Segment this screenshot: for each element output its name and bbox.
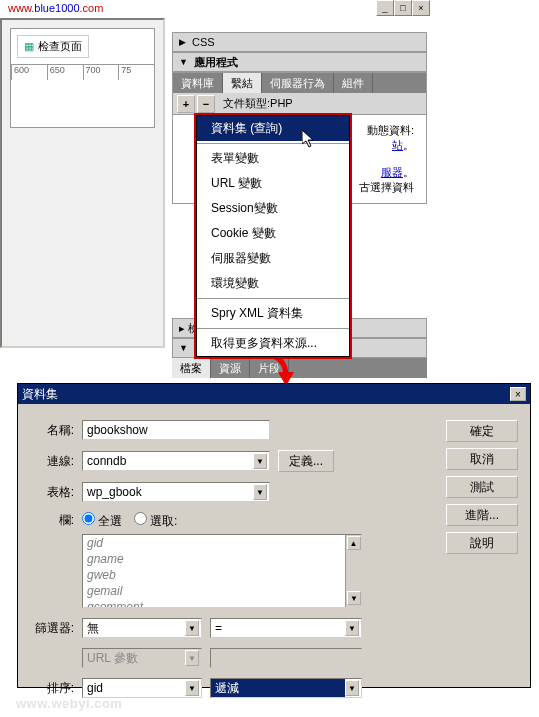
list-item: gname bbox=[83, 551, 361, 567]
menu-url-var[interactable]: URL 變數 bbox=[197, 171, 349, 196]
columns-label: 欄: bbox=[30, 512, 74, 529]
chevron-down-icon: ▼ bbox=[185, 650, 199, 666]
menu-server-var[interactable]: 伺服器變數 bbox=[197, 246, 349, 271]
column-radio-group: 全選 選取: bbox=[82, 512, 362, 530]
columns-listbox[interactable]: gid gname gweb gemail gcomment ▲ ▼ bbox=[82, 534, 362, 608]
tab-files[interactable]: 檔案 bbox=[172, 358, 211, 378]
filter-field-select[interactable]: 無▼ bbox=[82, 618, 202, 638]
site-link[interactable]: 站 bbox=[392, 139, 403, 151]
scroll-down-icon[interactable]: ▼ bbox=[347, 591, 361, 605]
chevron-down-icon: ▼ bbox=[253, 453, 267, 469]
url-bar: www.blue1000.com bbox=[0, 0, 111, 16]
scroll-up-icon[interactable]: ▲ bbox=[347, 536, 361, 550]
list-item: gid bbox=[83, 535, 361, 551]
advanced-button[interactable]: 進階... bbox=[446, 504, 518, 526]
chevron-down-icon: ▼ bbox=[185, 680, 199, 696]
dialog-titlebar: 資料集 × bbox=[18, 384, 530, 404]
ok-button[interactable]: 確定 bbox=[446, 420, 518, 442]
list-item: gcomment bbox=[83, 599, 361, 608]
add-dropdown-menu: 資料集 (查詢) 表單變數 URL 變數 Session變數 Cookie 變數… bbox=[194, 113, 352, 359]
expand-icon: ▼ bbox=[179, 57, 188, 67]
app-panel-header[interactable]: ▼ 應用程式 bbox=[172, 52, 427, 72]
list-item: gweb bbox=[83, 567, 361, 583]
name-input[interactable] bbox=[82, 420, 270, 440]
ruler: 60065070075 bbox=[11, 64, 154, 80]
doctype-label: 文件類型:PHP bbox=[223, 96, 293, 111]
filter-value-input bbox=[210, 648, 362, 668]
filter-op-select[interactable]: =▼ bbox=[210, 618, 362, 638]
menu-recordset[interactable]: 資料集 (查詢) bbox=[197, 116, 349, 141]
sort-field-select[interactable]: gid▼ bbox=[82, 678, 202, 698]
list-item: gemail bbox=[83, 583, 361, 599]
cancel-button[interactable]: 取消 bbox=[446, 448, 518, 470]
recordset-dialog: 資料集 × 名稱: 連線: conndb▼ 定義... 表格: wp_gbook… bbox=[17, 383, 531, 688]
dialog-close-button[interactable]: × bbox=[510, 387, 526, 401]
test-button[interactable]: 測試 bbox=[446, 476, 518, 498]
close-button[interactable]: × bbox=[412, 0, 430, 16]
watermark: www.webyi.com bbox=[16, 696, 122, 711]
chevron-down-icon: ▼ bbox=[253, 484, 267, 500]
menu-env-var[interactable]: 環境變數 bbox=[197, 271, 349, 296]
minimize-button[interactable]: _ bbox=[376, 0, 394, 16]
table-label: 表格: bbox=[30, 484, 74, 501]
chevron-down-icon: ▼ bbox=[345, 620, 359, 636]
tab-components[interactable]: 組件 bbox=[334, 73, 373, 93]
tab-assets[interactable]: 資源 bbox=[211, 358, 250, 378]
name-label: 名稱: bbox=[30, 422, 74, 439]
panel-toolbar: + − 文件類型:PHP bbox=[173, 93, 426, 115]
chevron-down-icon: ▼ bbox=[345, 680, 359, 696]
sort-order-select[interactable]: 遞減▼ bbox=[210, 678, 362, 698]
help-button[interactable]: 說明 bbox=[446, 532, 518, 554]
table-select[interactable]: wp_gbook▼ bbox=[82, 482, 270, 502]
check-icon: ▦ bbox=[24, 40, 34, 53]
cursor-icon bbox=[302, 130, 316, 151]
radio-all[interactable]: 全選 bbox=[82, 512, 122, 530]
sort-label: 排序: bbox=[30, 680, 74, 697]
menu-cookie-var[interactable]: Cookie 變數 bbox=[197, 221, 349, 246]
menu-more-sources[interactable]: 取得更多資料來源... bbox=[197, 331, 349, 356]
remove-button[interactable]: − bbox=[197, 95, 215, 113]
tab-bindings[interactable]: 繫結 bbox=[223, 73, 262, 93]
server-link[interactable]: 服器 bbox=[381, 166, 403, 178]
document-canvas: ▦ 检查页面 60065070075 bbox=[0, 18, 165, 348]
tab-database[interactable]: 資料庫 bbox=[173, 73, 223, 93]
filter-param-select: URL 參數▼ bbox=[82, 648, 202, 668]
tab-server-behaviors[interactable]: 伺服器行為 bbox=[262, 73, 334, 93]
filter-label: 篩選器: bbox=[30, 620, 74, 637]
tab-bar: 資料庫 繫結 伺服器行為 組件 bbox=[173, 73, 426, 93]
files-tabs: 檔案 資源 片段 bbox=[172, 358, 427, 378]
collapse-icon: ▶ bbox=[179, 37, 186, 47]
css-panel-header[interactable]: ▶ CSS bbox=[172, 32, 427, 52]
menu-spry-xml[interactable]: Spry XML 資料集 bbox=[197, 301, 349, 326]
connection-select[interactable]: conndb▼ bbox=[82, 451, 270, 471]
menu-session-var[interactable]: Session變數 bbox=[197, 196, 349, 221]
conn-label: 連線: bbox=[30, 453, 74, 470]
expand-icon: ▼ bbox=[179, 343, 188, 353]
add-button[interactable]: + bbox=[177, 95, 195, 113]
radio-select[interactable]: 選取: bbox=[134, 512, 177, 530]
check-page-button[interactable]: ▦ 检查页面 bbox=[17, 35, 89, 58]
maximize-button[interactable]: □ bbox=[394, 0, 412, 16]
menu-form-var[interactable]: 表單變數 bbox=[197, 146, 349, 171]
listbox-scrollbar[interactable]: ▲ ▼ bbox=[345, 535, 361, 607]
define-button[interactable]: 定義... bbox=[278, 450, 334, 472]
chevron-down-icon: ▼ bbox=[185, 620, 199, 636]
window-controls: _ □ × bbox=[376, 0, 430, 16]
